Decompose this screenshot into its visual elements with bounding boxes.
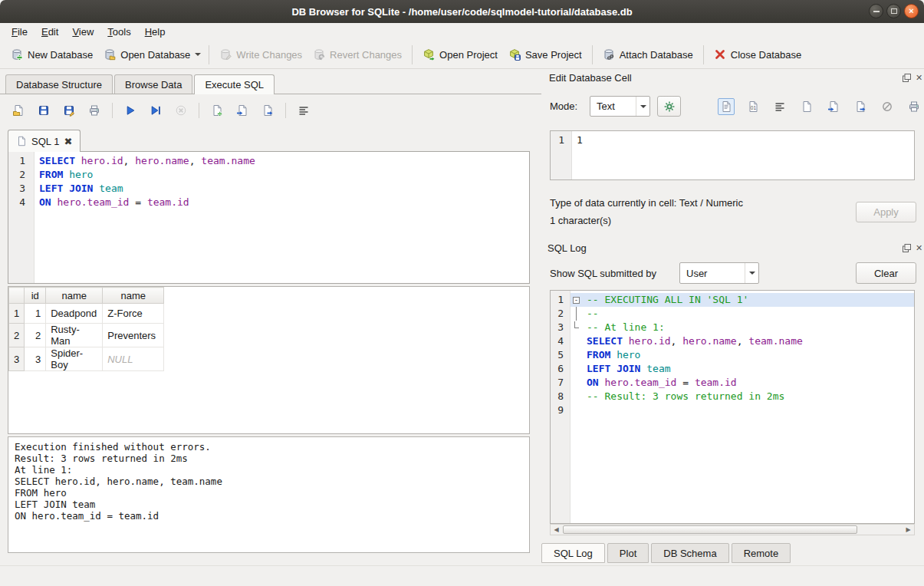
minimize-button[interactable] <box>869 4 883 18</box>
menu-tools[interactable]: Tools <box>100 24 137 40</box>
export-sql-button[interactable] <box>260 103 275 118</box>
app-window: DB Browser for SQLite - /home/user/code/… <box>0 0 924 586</box>
scroll-left-icon[interactable]: ◀ <box>551 525 562 535</box>
close-dock-icon[interactable]: ✕ <box>916 74 922 82</box>
dock-tab-plot[interactable]: Plot <box>607 543 649 563</box>
chevron-down-icon <box>636 97 649 116</box>
float-dock-icon[interactable] <box>903 74 911 82</box>
table-cell[interactable]: 2 <box>25 324 46 347</box>
import-sql-button[interactable] <box>235 103 250 118</box>
float-dock-icon[interactable] <box>903 244 911 252</box>
column-header-name[interactable]: name <box>103 288 164 304</box>
dock-tab-db-schema[interactable]: DB Schema <box>651 543 728 563</box>
open-database-button[interactable]: Open Database <box>98 44 196 64</box>
tab-database-structure[interactable]: Database Structure <box>5 74 113 94</box>
open-in-new-tab-button[interactable] <box>209 103 225 118</box>
tab-browse-data[interactable]: Browse Data <box>114 74 192 94</box>
edit-cell-title: Edit Database Cell <box>549 72 632 84</box>
menu-edit[interactable]: Edit <box>35 24 65 40</box>
maximize-button[interactable] <box>886 4 901 18</box>
execute-current-line-button[interactable] <box>148 103 163 118</box>
dock-tab-sql-log[interactable]: SQL Log <box>541 543 605 563</box>
table-cell[interactable]: Z-Force <box>103 304 164 324</box>
stop-execution-button <box>173 103 189 118</box>
close-tab-icon[interactable]: ✖ <box>64 137 72 146</box>
sql-file-tab-label: SQL 1 <box>31 136 59 147</box>
sql-file-tab[interactable]: SQL 1 ✖ <box>8 130 81 152</box>
menu-view[interactable]: View <box>65 24 100 40</box>
results-corner-header[interactable] <box>9 288 25 304</box>
new-database-button[interactable]: New Database <box>5 44 98 64</box>
fold-marker[interactable] <box>571 307 582 321</box>
export-cell-data-button[interactable] <box>852 98 869 115</box>
fold-marker <box>571 403 582 417</box>
open-project-button[interactable]: Open Project <box>417 44 503 64</box>
row-number[interactable]: 1 <box>9 304 25 324</box>
row-number[interactable]: 3 <box>9 347 25 371</box>
table-row: 33Spider-BoyNULL <box>9 347 164 371</box>
fold-marker[interactable] <box>571 321 582 334</box>
log-horizontal-scrollbar[interactable]: ◀ ▶ <box>550 524 915 535</box>
tab-execute-sql[interactable]: Execute SQL <box>194 74 275 94</box>
code-text: -- At line 1: <box>582 321 665 334</box>
titlebar[interactable]: DB Browser for SQLite - /home/user/code/… <box>0 0 924 23</box>
fold-marker <box>571 376 582 390</box>
execution-message-pane[interactable]: Execution finished without errors.Result… <box>8 436 530 553</box>
table-cell[interactable]: Rusty-Man <box>46 324 103 347</box>
scroll-right-icon[interactable]: ▶ <box>903 525 914 535</box>
mode-combobox[interactable]: Text <box>590 96 650 117</box>
code-line: 7ON hero.team_id = team.id <box>551 376 914 390</box>
line-number: 4 <box>8 196 35 209</box>
format-sql-button[interactable] <box>296 103 311 118</box>
gear-icon <box>663 100 676 113</box>
attach-database-button[interactable]: Attach Database <box>597 44 699 64</box>
sql-editor[interactable]: 1SELECT hero.id, hero.name, team.name2FR… <box>8 151 530 284</box>
column-header-name[interactable]: name <box>46 288 103 304</box>
save-sql-file-button[interactable] <box>36 103 51 118</box>
table-cell[interactable]: Deadpond <box>46 304 103 324</box>
line-body: ON hero.team_id = team.id <box>571 376 914 390</box>
fold-marker[interactable]: - <box>571 293 582 307</box>
scrollbar-thumb[interactable] <box>563 525 857 534</box>
binary-mode-button[interactable]: 01 <box>745 98 761 115</box>
write-changes-icon <box>219 48 232 61</box>
open-sql-file-button[interactable] <box>11 103 26 118</box>
cell-editor[interactable]: 1 1 <box>550 130 915 180</box>
execute-all-button[interactable] <box>123 103 138 118</box>
table-cell[interactable]: Spider-Boy <box>46 347 103 371</box>
window-title: DB Browser for SQLite - /home/user/code/… <box>291 6 632 18</box>
print-cell-button[interactable] <box>906 98 922 115</box>
menu-file[interactable]: File <box>5 24 35 40</box>
copy-cell-button[interactable] <box>798 98 815 115</box>
open-database-dropdown-arrow[interactable] <box>192 44 204 65</box>
word-wrap-button[interactable] <box>771 98 788 115</box>
column-header-id[interactable]: id <box>25 288 46 304</box>
table-cell[interactable]: 1 <box>25 304 46 324</box>
print-sql-button[interactable] <box>87 103 102 118</box>
log-filter-combobox[interactable]: User <box>679 262 759 284</box>
close-button[interactable]: × <box>904 4 919 18</box>
cell-settings-button[interactable] <box>657 96 681 117</box>
close-database-button[interactable]: Close Database <box>709 44 807 64</box>
dock-tab-remote[interactable]: Remote <box>732 543 791 563</box>
save-project-button[interactable]: Save Project <box>503 44 587 64</box>
apply-button[interactable]: Apply <box>856 202 916 222</box>
results-table: idnamename11DeadpondZ-Force22Rusty-ManPr… <box>8 287 164 371</box>
cell-content: 1 <box>572 133 583 147</box>
table-cell[interactable]: NULL <box>103 347 164 371</box>
window-controls: × <box>869 4 919 18</box>
set-as-null-button[interactable] <box>879 98 896 115</box>
clear-log-button[interactable]: Clear <box>856 262 916 284</box>
row-number[interactable]: 2 <box>9 324 25 347</box>
save-sql-file-as-button[interactable] <box>61 103 77 118</box>
log-filter-label: Show SQL submitted by <box>550 268 656 279</box>
table-cell[interactable]: Preventers <box>103 324 164 347</box>
close-dock-icon[interactable]: ✕ <box>916 244 922 252</box>
menu-help[interactable]: Help <box>138 24 173 40</box>
text-mode-button[interactable] <box>718 98 735 115</box>
import-cell-data-button[interactable] <box>825 98 842 115</box>
table-cell[interactable]: 3 <box>25 347 46 371</box>
sql-log-view[interactable]: 1--- EXECUTING ALL IN 'SQL 1'2--3-- At l… <box>550 290 915 524</box>
save-sql-file-icon <box>38 104 50 117</box>
execute-all-icon <box>124 104 136 117</box>
